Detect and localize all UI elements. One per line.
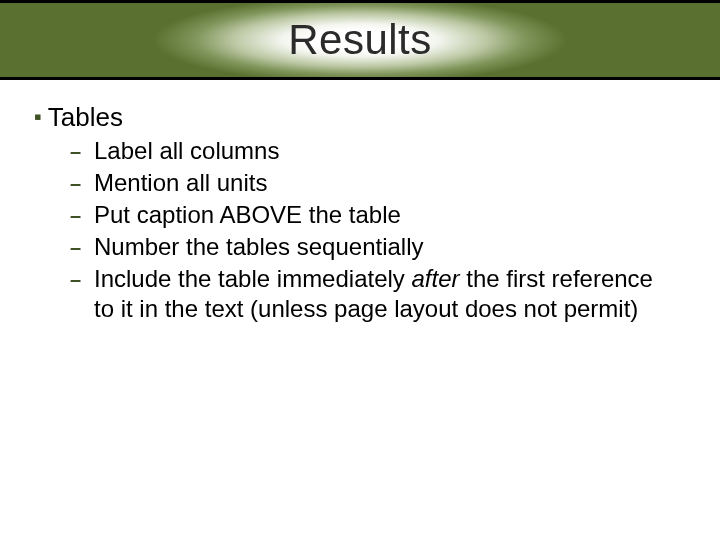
- level2-item: – Number the tables sequentially: [70, 232, 686, 262]
- level2-text: Number the tables sequentially: [94, 232, 424, 262]
- dash-bullet-icon: –: [70, 264, 82, 294]
- dash-bullet-icon: –: [70, 232, 82, 262]
- level2-text: Label all columns: [94, 136, 279, 166]
- content-area: ▪ Tables – Label all columns – Mention a…: [0, 80, 720, 324]
- square-bullet-icon: ▪: [34, 102, 42, 132]
- level1-text: Tables: [48, 102, 123, 132]
- text-emph: after: [412, 265, 460, 292]
- level2-list: – Label all columns – Mention all units …: [34, 134, 686, 324]
- level2-item: – Label all columns: [70, 136, 686, 166]
- level1-item: ▪ Tables: [34, 102, 686, 132]
- level2-text-composite: Include the table immediately after the …: [94, 264, 674, 324]
- level2-item: – Mention all units: [70, 168, 686, 198]
- dash-bullet-icon: –: [70, 136, 82, 166]
- level2-text: Put caption ABOVE the table: [94, 200, 401, 230]
- title-bar: Results: [0, 0, 720, 80]
- level2-item: – Put caption ABOVE the table: [70, 200, 686, 230]
- dash-bullet-icon: –: [70, 168, 82, 198]
- dash-bullet-icon: –: [70, 200, 82, 230]
- level2-text: Mention all units: [94, 168, 267, 198]
- level2-item: – Include the table immediately after th…: [70, 264, 686, 324]
- slide-title: Results: [288, 16, 432, 64]
- text-prefix: Include the table immediately: [94, 265, 412, 292]
